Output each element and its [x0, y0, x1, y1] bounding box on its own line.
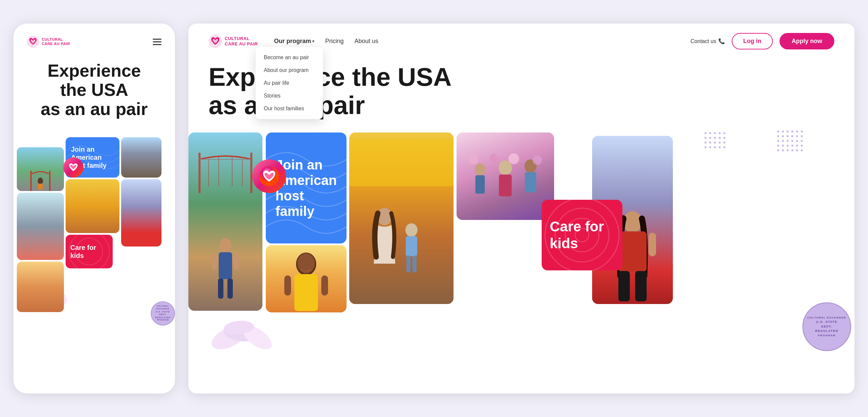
mobile-care-kids-card: Care for kids — [66, 235, 113, 268]
dropdown-host-families[interactable]: Our host families — [256, 102, 323, 115]
desktop-nav: CULTURAL CARE AU PAIR Our program ▾ Pric… — [188, 24, 855, 50]
svg-point-31 — [786, 140, 788, 142]
svg-point-42 — [782, 149, 784, 151]
svg-point-110 — [719, 146, 721, 148]
dots-decoration-mid — [703, 131, 727, 152]
svg-point-100 — [719, 137, 721, 139]
desktop-logo-text: CULTURAL CARE AU PAIR — [225, 36, 258, 46]
svg-rect-57 — [227, 279, 233, 299]
svg-point-34 — [801, 140, 803, 142]
svg-point-33 — [796, 140, 798, 142]
mobile-collage: Join an American host family — [13, 127, 175, 335]
svg-rect-70 — [499, 174, 512, 196]
svg-rect-55 — [219, 252, 232, 279]
contact-us-link[interactable]: Contact us 📞 — [691, 38, 725, 44]
svg-point-104 — [714, 141, 716, 143]
nav-right: Contact us 📞 Log in Apply now — [691, 33, 834, 50]
svg-point-102 — [705, 141, 707, 143]
nav-about-us[interactable]: About us — [354, 38, 378, 45]
mobile-photo-mom-child — [66, 179, 119, 233]
desktop-stamp: CULTURAL EXCHANGE U.S. STATE DEPT. REGUL… — [802, 302, 851, 351]
svg-point-40 — [801, 145, 803, 147]
svg-point-37 — [786, 145, 788, 147]
svg-point-17 — [777, 130, 779, 132]
svg-point-106 — [723, 141, 725, 143]
svg-point-78 — [298, 253, 315, 274]
login-button[interactable]: Log in — [732, 33, 773, 50]
svg-point-25 — [786, 135, 788, 137]
svg-point-103 — [709, 141, 711, 143]
svg-point-30 — [782, 140, 784, 142]
svg-point-107 — [705, 146, 707, 148]
dots-decoration-top-right — [776, 129, 814, 153]
svg-rect-86 — [618, 271, 630, 301]
svg-point-74 — [490, 154, 498, 162]
svg-point-54 — [219, 238, 231, 253]
dropdown-aupair-life[interactable]: Au pair life — [256, 77, 323, 90]
mobile-logo[interactable]: CULTURAL CARE AU PAIR — [27, 36, 70, 48]
svg-point-101 — [723, 137, 725, 139]
mobile-logo-text: CULTURAL CARE AU PAIR — [42, 37, 70, 46]
mobile-photo-selfie — [121, 179, 161, 247]
svg-point-35 — [777, 145, 779, 147]
mobile-header: CULTURAL CARE AU PAIR — [13, 24, 175, 55]
svg-point-20 — [791, 130, 793, 132]
apply-button[interactable]: Apply now — [779, 33, 834, 50]
svg-rect-66 — [412, 256, 416, 272]
svg-rect-9 — [38, 184, 43, 190]
desktop-photo-school-bus — [349, 132, 454, 304]
svg-rect-59 — [234, 253, 239, 270]
desktop-logo-icon — [209, 35, 222, 48]
desktop-frame: CULTURAL CARE AU PAIR Our program ▾ Pric… — [188, 24, 855, 393]
svg-point-19 — [786, 130, 788, 132]
svg-point-27 — [796, 135, 798, 137]
svg-point-32 — [791, 140, 793, 142]
dropdown-about-program[interactable]: About our program — [256, 64, 323, 77]
svg-rect-80 — [284, 276, 291, 296]
desktop-logo-circle — [252, 159, 286, 193]
svg-rect-64 — [406, 236, 417, 256]
svg-point-21 — [796, 130, 798, 132]
svg-point-67 — [475, 163, 486, 175]
svg-point-29 — [777, 140, 779, 142]
svg-point-111 — [723, 146, 725, 148]
svg-point-95 — [719, 132, 721, 134]
svg-rect-81 — [321, 276, 328, 296]
svg-point-24 — [782, 135, 784, 137]
svg-point-43 — [786, 149, 788, 151]
svg-rect-65 — [406, 256, 410, 272]
logo-heart-icon — [27, 36, 39, 48]
our-program-dropdown: Become an au pair About our program Au p… — [256, 47, 323, 119]
svg-point-93 — [709, 132, 711, 134]
dropdown-become-aupair[interactable]: Become an au pair — [256, 51, 323, 64]
mobile-photo-family — [121, 137, 161, 178]
svg-point-44 — [791, 149, 793, 151]
svg-point-28 — [801, 135, 803, 137]
desktop-care-kids-text: Care for kids — [550, 218, 614, 252]
desktop-join-family-text: Join an American host family — [276, 157, 337, 219]
svg-point-18 — [782, 130, 784, 132]
desktop-logo[interactable]: CULTURAL CARE AU PAIR — [209, 35, 258, 48]
svg-point-82 — [623, 211, 642, 233]
svg-point-97 — [705, 137, 707, 139]
mobile-photo-smiling — [17, 262, 64, 312]
svg-point-108 — [709, 146, 711, 148]
nav-links: Our program ▾ Pricing About us — [274, 38, 378, 45]
mobile-photo-golden-gate — [17, 147, 64, 191]
nav-our-program[interactable]: Our program ▾ — [274, 38, 314, 45]
hamburger-menu[interactable] — [153, 39, 161, 45]
svg-point-26 — [791, 135, 793, 137]
svg-point-45 — [796, 149, 798, 151]
nav-pricing[interactable]: Pricing — [325, 38, 343, 45]
dropdown-stories[interactable]: Stories — [256, 90, 323, 102]
svg-point-8 — [38, 178, 43, 184]
svg-rect-79 — [294, 274, 318, 311]
svg-point-96 — [723, 132, 725, 134]
svg-rect-56 — [218, 279, 223, 299]
desktop-photo-family-flowers — [457, 132, 554, 220]
svg-point-99 — [714, 137, 716, 139]
phone-icon: 📞 — [718, 38, 725, 44]
svg-rect-68 — [475, 175, 485, 194]
chevron-down-icon: ▾ — [312, 39, 314, 44]
svg-rect-83 — [618, 231, 647, 272]
